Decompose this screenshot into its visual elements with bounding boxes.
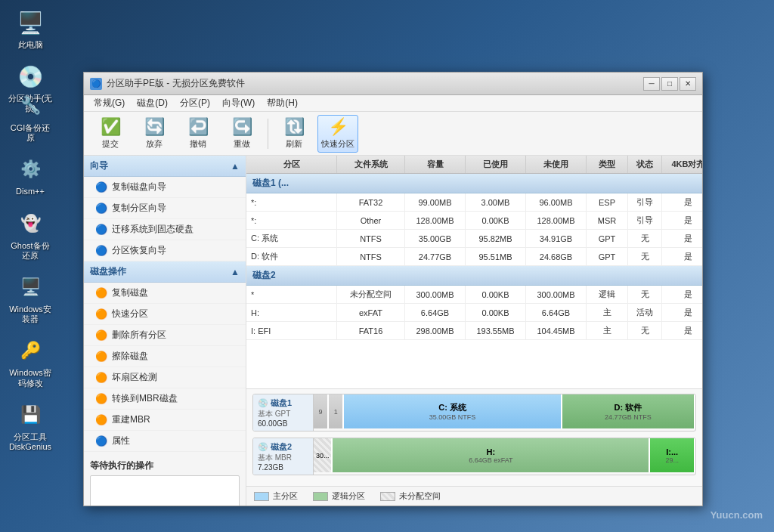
menu-help[interactable]: 帮助(H) [261,95,304,111]
copy-disk-icon: 🔵 [95,181,107,193]
cell-type: 主 [587,322,628,339]
sidebar-item-properties[interactable]: 🔵 属性 [84,431,246,452]
table-row[interactable]: * 未分配空间 300.00MB 0.00KB 300.00MB 逻辑 无 是 [246,286,702,304]
table-row[interactable]: *: Other 128.00MB 0.00KB 128.00MB MSR 引导… [246,212,702,230]
disk1-part-esp[interactable]: 9 [314,394,329,428]
menu-disk[interactable]: 磁盘(D) [131,95,174,111]
table-row[interactable]: C: 系统 NTFS 35.00GB 95.82MB 34.91GB GPT 无… [246,230,702,248]
sidebar: 向导 ▲ 🔵 复制磁盘向导 🔵 复制分区向导 🔵 迁移系统到固态硬盘 [84,156,246,506]
col-filesystem: 文件系统 [337,156,405,173]
undo-button[interactable]: ↩️ 撤销 [178,115,218,153]
menu-partition[interactable]: 分区(P) [174,95,216,111]
undo-icon: ↩️ [188,117,209,137]
windows-password-label: Windows密码修改 [8,368,53,388]
redo-button[interactable]: ↪️ 重做 [221,115,262,153]
sidebar-item-wipe-disk[interactable]: 🟠 擦除磁盘 [84,346,246,367]
cell-partition: I: EFI [246,322,337,339]
table-row[interactable]: I: EFI FAT16 298.00MB 193.55MB 104.45MB … [246,322,702,340]
icon-windows-installer[interactable]: 🖥️ Windows安装器 [8,272,53,324]
minimize-button[interactable]: ─ [643,77,660,91]
submit-button[interactable]: ✅ 提交 [90,115,131,153]
main-window: 🔵 分区助手PE版 - 无损分区免费软件 ─ □ ✕ 常规(G) 磁盘(D) 分… [83,72,703,506]
rebuild-mbr-icon: 🟠 [95,414,107,426]
disk-collapse-icon[interactable]: ▲ [231,267,240,277]
cell-cap: 24.77GB [405,248,466,265]
submit-icon: ✅ [101,117,121,137]
menu-wizard[interactable]: 向导(W) [216,95,261,111]
cell-fs: 未分配空间 [337,286,405,303]
icon-ghost[interactable]: 👻 Ghost备份还原 [8,209,53,261]
cell-type: MSR [587,212,628,229]
cell-type: 逻辑 [587,286,628,303]
toolbar: ✅ 提交 🔄 放弃 ↩️ 撤销 ↪️ 重做 🔃 刷新 ⚡ 快速分区 [84,112,702,156]
cell-unused: 6.64GB [526,304,587,321]
col-used: 已使用 [466,156,526,173]
sidebar-item-migrate-ssd[interactable]: 🔵 迁移系统到固态硬盘 [84,219,246,240]
sidebar-item-quick-partition[interactable]: 🟠 快速分区 [84,304,246,325]
disk1-part-msr[interactable]: 1 [329,394,344,428]
table-row[interactable]: *: FAT32 99.00MB 3.00MB 96.00MB ESP 引导 是 [246,193,702,212]
wipe-disk-icon: 🟠 [95,351,107,363]
menu-general[interactable]: 常规(G) [88,95,131,111]
sidebar-item-copy-disk2[interactable]: 🟠 复制磁盘 [84,283,246,304]
icon-this-pc[interactable]: 🖥️ 此电脑 [8,8,53,50]
disk2-type: 基本 MBR [258,453,292,463]
sidebar-item-restore-partition[interactable]: 🔵 分区恢复向导 [84,240,246,261]
icon-windows-password[interactable]: 🔑 Windows密码修改 [8,336,53,388]
cell-partition: *: [246,193,337,211]
rebuild-mbr-label: 重建MBR [112,413,150,426]
disk2-part-i[interactable]: I:... 29... [650,438,695,472]
cell-unused: 24.68GB [526,248,587,265]
pending-label: 等待执行的操作 [90,459,240,472]
delete-all-label: 删除所有分区 [112,329,166,342]
col-type: 类型 [587,156,628,173]
ghost-icon: 👻 [15,209,45,239]
discard-button[interactable]: 🔄 放弃 [134,115,175,153]
cell-partition: *: [246,212,337,229]
table-row[interactable]: H: exFAT 6.64GB 0.00KB 6.64GB 主 活动 是 [246,304,702,322]
guide-section: 向导 ▲ 🔵 复制磁盘向导 🔵 复制分区向导 🔵 迁移系统到固态硬盘 [84,156,246,261]
table-row[interactable]: D: 软件 NTFS 24.77GB 95.51MB 24.68GB GPT 无… [246,248,702,266]
disk1-part-c[interactable]: C: 系统 35.00GB NTFS [344,394,562,428]
cell-unused: 128.00MB [526,212,587,229]
partition-assistant-icon: 💿 [15,61,45,91]
table-header: 分区 文件系统 容量 已使用 未使用 类型 状态 4KB对齐 [246,156,702,174]
disk2-header: 磁盘2 [246,266,702,286]
pending-operations-box [90,475,240,506]
disk1-part-d[interactable]: D: 软件 24.77GB NTFS [562,394,695,428]
icon-cgi[interactable]: 🔧 CGI备份还原 [8,91,53,143]
sidebar-item-check-error[interactable]: 🟠 坏扇区检测 [84,367,246,388]
cell-status: 无 [628,286,662,303]
disk2-part-h-label: H: [487,447,496,456]
window-title: 分区助手PE版 - 无损分区免费软件 [107,77,643,90]
sidebar-item-rebuild-mbr[interactable]: 🟠 重建MBR [84,410,246,431]
cell-fs: NTFS [337,248,405,265]
legend-main: 主分区 [254,490,298,502]
disk2-part-h[interactable]: H: 6.64GB exFAT [333,438,650,472]
migrate-ssd-label: 迁移系统到固态硬盘 [112,223,194,236]
toolbar-divider [268,119,268,149]
title-bar-buttons: ─ □ ✕ [643,77,696,91]
maximize-button[interactable]: □ [661,77,678,91]
legend-logical-color [313,492,328,501]
cell-unused: 104.45MB [526,322,587,339]
check-error-label: 坏扇区检测 [112,371,157,384]
quick-partition-button[interactable]: ⚡ 快速分区 [317,115,358,153]
icon-dism[interactable]: ⚙️ Dism++ [8,154,53,196]
quick-part-icon: 🟠 [95,308,107,320]
cgi-label: CGI备份还原 [8,123,53,143]
refresh-button[interactable]: 🔃 刷新 [274,115,314,153]
close-button[interactable]: ✕ [680,77,696,91]
cell-align: 是 [662,193,702,211]
sidebar-item-to-mbr[interactable]: 🟠 转换到MBR磁盘 [84,388,246,410]
disk-visual-area: 💿 磁盘1 基本 GPT 60.00GB 9 [246,388,702,486]
sidebar-item-copy-disk[interactable]: 🔵 复制磁盘向导 [84,177,246,198]
icon-partition-tool[interactable]: 💾 分区工具DiskGenius [8,400,53,452]
cell-align: 是 [662,230,702,247]
dism-label: Dism++ [16,187,45,196]
sidebar-item-delete-all[interactable]: 🟠 删除所有分区 [84,325,246,346]
sidebar-item-copy-partition[interactable]: 🔵 复制分区向导 [84,198,246,219]
disk2-part-unalloc[interactable]: 30... [314,438,333,472]
cell-status: 活动 [628,304,662,321]
guide-collapse-icon[interactable]: ▲ [231,161,240,172]
